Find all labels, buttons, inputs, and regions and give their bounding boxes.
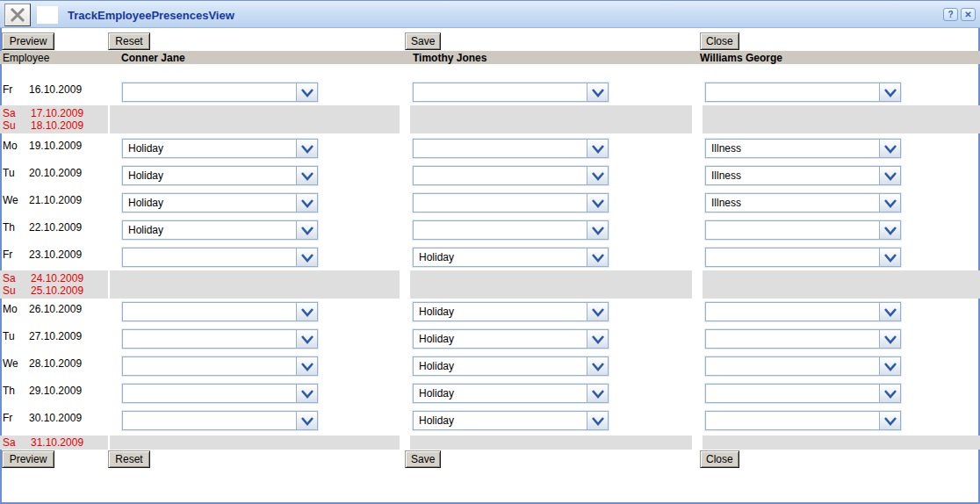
presence-select[interactable]: Holiday: [413, 356, 609, 376]
presence-select[interactable]: [413, 193, 609, 212]
chevron-down-icon: [587, 385, 608, 402]
date-label: 29.10.2009: [29, 385, 82, 397]
date-day-label: Tu: [3, 167, 15, 179]
date-day-label: Fr: [3, 248, 12, 261]
presence-select[interactable]: Illness: [705, 139, 901, 158]
chevron-down-icon: [879, 167, 900, 184]
presence-select[interactable]: [705, 329, 901, 349]
reset-button[interactable]: Reset: [108, 450, 150, 468]
date-day-label: Th: [3, 221, 15, 234]
presence-select[interactable]: [122, 411, 318, 430]
weekend-band: [110, 436, 400, 450]
presence-select[interactable]: [122, 329, 318, 349]
presence-select[interactable]: Illness: [705, 166, 901, 185]
presence-select[interactable]: [413, 220, 609, 240]
date-day-label: Tu: [3, 330, 15, 342]
weekend-day-label: Sa: [3, 436, 16, 449]
employee-name-header: Conner Jane: [121, 52, 185, 64]
weekend-band: [410, 270, 692, 299]
chevron-down-icon: [296, 303, 317, 320]
presence-select[interactable]: [122, 356, 318, 376]
presence-select[interactable]: Holiday: [413, 329, 609, 349]
chevron-down-icon: [879, 221, 900, 239]
presence-select[interactable]: Holiday: [413, 248, 609, 267]
presence-select[interactable]: Holiday: [413, 411, 609, 430]
chevron-down-icon: [296, 357, 317, 375]
presence-select[interactable]: Holiday: [122, 139, 318, 158]
chevron-down-icon: [296, 385, 317, 402]
chevron-down-icon: [587, 83, 608, 101]
chevron-down-icon: [296, 83, 317, 101]
weekend-date-label: 25.10.2009: [31, 284, 83, 297]
presence-select[interactable]: Holiday: [413, 384, 609, 403]
presence-value: Holiday: [128, 169, 163, 182]
presence-value: Holiday: [128, 224, 163, 236]
titlebar-close-button[interactable]: ✕: [961, 8, 976, 21]
presence-select[interactable]: [413, 83, 609, 102]
chevron-down-icon: [879, 330, 900, 348]
presence-select[interactable]: [705, 384, 901, 403]
preview-button[interactable]: Preview: [2, 32, 54, 50]
window-title: TrackEmployeePresencesView: [68, 9, 234, 22]
date-day-label: Th: [3, 385, 15, 397]
preview-button[interactable]: Preview: [2, 450, 54, 468]
date-label: 20.10.2009: [29, 167, 82, 179]
presence-select[interactable]: [705, 248, 901, 267]
presence-select[interactable]: [705, 302, 901, 321]
date-label: 26.10.2009: [29, 303, 82, 315]
presence-select[interactable]: [413, 166, 609, 185]
presence-value: Holiday: [128, 197, 163, 209]
weekend-day-label: Su: [3, 119, 16, 132]
presence-select[interactable]: Holiday: [122, 220, 318, 240]
date-label: 21.10.2009: [29, 194, 82, 206]
presence-select[interactable]: [705, 220, 901, 240]
presence-select[interactable]: [705, 356, 901, 376]
presence-select[interactable]: [122, 384, 318, 403]
date-day-label: We: [3, 194, 18, 206]
date-day-label: Fr: [3, 83, 12, 96]
presence-select[interactable]: Holiday: [413, 302, 609, 321]
chevron-down-icon: [587, 357, 608, 375]
chevron-down-icon: [296, 248, 317, 266]
presence-value: Holiday: [419, 360, 454, 372]
chevron-down-icon: [296, 330, 317, 348]
chevron-down-icon: [879, 385, 900, 402]
presence-value: Illness: [711, 197, 741, 209]
close-button[interactable]: Close: [700, 450, 739, 468]
reset-button[interactable]: Reset: [108, 32, 150, 50]
presence-value: Illness: [711, 142, 741, 155]
presence-value: Holiday: [128, 142, 163, 155]
date-label: 28.10.2009: [29, 357, 82, 370]
presence-value: Holiday: [419, 333, 454, 345]
weekend-band: [110, 105, 400, 133]
presence-select[interactable]: Illness: [705, 193, 901, 212]
presence-select[interactable]: [705, 411, 901, 430]
chevron-down-icon: [587, 221, 608, 239]
presence-select[interactable]: [122, 83, 318, 102]
chevron-down-icon: [296, 167, 317, 184]
window-close-button[interactable]: [4, 4, 31, 26]
close-button[interactable]: Close: [700, 32, 739, 50]
date-label: 22.10.2009: [29, 221, 82, 234]
presence-value: Illness: [711, 169, 741, 182]
employee-name-header: Timothy Jones: [413, 52, 486, 64]
save-button[interactable]: Save: [405, 450, 441, 468]
presence-select[interactable]: [122, 248, 318, 267]
date-label: 19.10.2009: [29, 140, 82, 152]
help-button[interactable]: ?: [943, 8, 958, 21]
presence-select[interactable]: [705, 83, 901, 102]
presence-select[interactable]: [122, 302, 318, 321]
column-header-row: Employee Conner Jane Timothy Jones Willi…: [0, 51, 980, 64]
weekend-date-label: 24.10.2009: [31, 272, 83, 284]
chevron-down-icon: [587, 330, 608, 348]
presence-select[interactable]: [413, 139, 609, 158]
presence-select[interactable]: Holiday: [122, 193, 318, 212]
chevron-down-icon: [879, 357, 900, 375]
presence-select[interactable]: Holiday: [122, 166, 318, 185]
chevron-down-icon: [296, 194, 317, 212]
chevron-down-icon: [587, 167, 608, 184]
window-icon-placeholder: [37, 6, 58, 24]
save-button[interactable]: Save: [405, 32, 441, 50]
chevron-down-icon: [587, 194, 608, 212]
employee-column-label: Employee: [3, 52, 49, 64]
